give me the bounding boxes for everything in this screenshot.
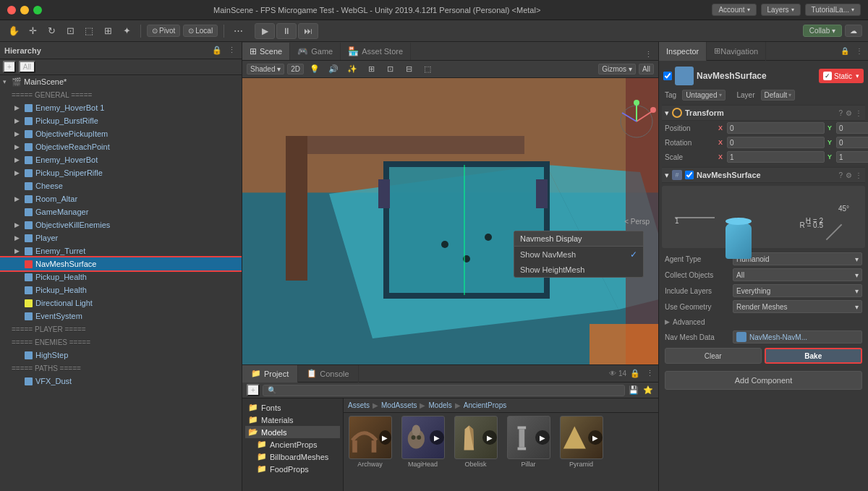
navmesh-component-header[interactable]: ▾ # NavMeshSurface ? ⚙ ⋮ xyxy=(662,167,865,183)
hierarchy-item-enemy-hoverbot[interactable]: ▶ Enemy_HoverBot xyxy=(0,153,242,166)
static-checkbox-group[interactable]: ✓ Static ▾ xyxy=(819,69,864,83)
hierarchy-item-cheese[interactable]: Cheese xyxy=(0,179,242,192)
star-button[interactable]: ⭐ xyxy=(642,385,654,396)
asset-archway[interactable]: ▶ Archway xyxy=(346,416,393,468)
folder-ancient-props[interactable]: 📁 AncientProps xyxy=(245,438,340,451)
nav-mesh-data-value[interactable]: NavMesh-NavM... xyxy=(733,330,862,343)
account-button[interactable]: Account ▾ xyxy=(712,4,756,16)
rect-tool-button[interactable]: ⬚ xyxy=(81,23,97,39)
hierarchy-item-vfx-dust[interactable]: VFX_Dust xyxy=(0,375,242,388)
layer-dropdown[interactable]: Default ▾ xyxy=(761,90,796,101)
hierarchy-item-enemy-turret[interactable]: ▶ Enemy_Turret xyxy=(0,244,242,257)
asset-pillar[interactable]: ▶ Pillar xyxy=(505,416,552,468)
hierarchy-item-objectivereachpoint[interactable]: ▶ ObjectiveReachPoint xyxy=(0,140,242,153)
save-button[interactable]: 💾 xyxy=(628,385,639,396)
agent-type-dropdown[interactable]: Humanoid ▾ xyxy=(733,252,862,265)
hierarchy-item-pickup-health2[interactable]: Pickup_Health xyxy=(0,283,242,296)
rotation-y-input[interactable] xyxy=(836,137,868,148)
tab-project[interactable]: 📁 Project xyxy=(242,365,298,383)
hierarchy-item-navmeshsurface[interactable]: NavMeshSurface xyxy=(0,257,242,270)
shading-dropdown[interactable]: Shaded ▾ xyxy=(247,64,284,74)
all-label[interactable]: All xyxy=(19,61,35,73)
collab-button[interactable]: Collab ▾ xyxy=(803,25,842,37)
folder-billboard-meshes[interactable]: 📁 BillboardMeshes xyxy=(245,451,340,463)
transform-settings-icon[interactable]: ⚙ xyxy=(846,109,852,117)
scale-x-input[interactable] xyxy=(727,151,825,163)
include-layers-dropdown[interactable]: Everything ▾ xyxy=(733,284,862,297)
scene-menu-button[interactable]: ⋮ xyxy=(642,48,654,60)
navmesh-settings-icon[interactable]: ⚙ xyxy=(846,171,852,179)
scene-fx-button[interactable]: ✨ xyxy=(344,61,360,77)
tab-game[interactable]: 🎮 Game xyxy=(290,43,341,60)
breadcrumb-assets[interactable]: Assets xyxy=(348,401,370,409)
minimize-button[interactable] xyxy=(20,6,29,14)
position-x-input[interactable] xyxy=(727,122,825,134)
hierarchy-item-room-altar[interactable]: ▶ Room_Altar xyxy=(0,192,242,205)
tab-console[interactable]: 📋 Console xyxy=(298,365,358,383)
inspector-lock-button[interactable]: 🔒 xyxy=(839,46,851,57)
cloud-button[interactable]: ☁ xyxy=(845,25,862,37)
advanced-row[interactable]: ▶ Advanced xyxy=(662,315,865,329)
navmesh-help-icon[interactable]: ? xyxy=(838,171,843,179)
folder-food-props[interactable]: 📁 FoodProps xyxy=(245,463,340,475)
tab-scene[interactable]: ⊞ Scene xyxy=(242,43,290,60)
hierarchy-item-highstep[interactable]: HighStep xyxy=(0,349,242,362)
breadcrumb-models[interactable]: Models xyxy=(428,401,451,409)
bake-button[interactable]: Bake xyxy=(765,348,863,364)
gizmos-button[interactable]: Gizmos ▾ xyxy=(598,64,636,74)
transform-tool-button[interactable]: ⊞ xyxy=(100,23,116,39)
folder-fonts[interactable]: 📁 Fonts xyxy=(245,401,340,414)
navmesh-more-icon[interactable]: ⋮ xyxy=(855,171,862,179)
show-navmesh-item[interactable]: Show NavMesh ✓ xyxy=(514,247,643,262)
play-overlay[interactable]: ▶ xyxy=(379,430,391,445)
hierarchy-item-enemy-hoverbot1[interactable]: ▶ Enemy_HoverBot 1 xyxy=(0,101,242,114)
hierarchy-lock-button[interactable]: 🔒 xyxy=(211,45,223,56)
hierarchy-item-objectivekillenemies[interactable]: ▶ ObjectiveKillEnemies xyxy=(0,218,242,231)
maximize-button[interactable] xyxy=(33,6,42,14)
play-overlay[interactable]: ▶ xyxy=(430,430,443,445)
hierarchy-item-eventsystem[interactable]: EventSystem xyxy=(0,309,242,323)
move-tool-button[interactable]: ✛ xyxy=(25,23,41,39)
tag-dropdown[interactable]: Untagged ▾ xyxy=(682,90,725,101)
scene-extras-button[interactable]: ⊡ xyxy=(382,61,398,77)
show-heightmesh-item[interactable]: Show HeightMesh xyxy=(514,262,643,277)
hierarchy-item-player[interactable]: ▶ Player xyxy=(0,231,242,244)
step-button[interactable]: ⏭ xyxy=(298,23,318,39)
position-y-input[interactable] xyxy=(836,122,868,134)
custom-tool-button[interactable]: ✦ xyxy=(119,23,135,39)
hierarchy-item-pickup-sniperrifle[interactable]: ▶ Pickup_SniperRifle xyxy=(0,166,242,179)
create-button[interactable]: + xyxy=(247,384,260,396)
tutorial-button[interactable]: TutorialLa... ▾ xyxy=(805,4,861,16)
scale-y-input[interactable] xyxy=(836,151,868,163)
play-overlay[interactable]: ▶ xyxy=(588,430,602,445)
search-assets-input[interactable]: 🔍 xyxy=(263,385,625,396)
asset-obelisk[interactable]: ▶ Obelisk xyxy=(452,416,499,468)
2d-button[interactable]: 2D xyxy=(287,64,304,74)
add-button[interactable]: + xyxy=(3,61,16,73)
hierarchy-item-directional-light[interactable]: Directional Light xyxy=(0,296,242,309)
scene-light-button[interactable]: 💡 xyxy=(307,61,323,77)
bottom-lock-button[interactable]: 🔒 xyxy=(629,368,641,380)
asset-magihead[interactable]: ▶ MagiHead xyxy=(399,416,446,468)
scene-more1-button[interactable]: ⊟ xyxy=(401,61,417,77)
scene-all-button[interactable]: All xyxy=(639,64,654,74)
scene-audio-button[interactable]: 🔊 xyxy=(326,61,341,77)
hierarchy-item-pickup-burstrifle[interactable]: ▶ Pickup_BurstRifle xyxy=(0,114,242,127)
collect-objects-dropdown[interactable]: All ▾ xyxy=(733,268,862,281)
object-name[interactable]: NavMeshSurface xyxy=(697,71,816,81)
hierarchy-item-gamemanager[interactable]: GameManager xyxy=(0,205,242,218)
clear-button[interactable]: Clear xyxy=(665,348,762,364)
hierarchy-item-main-scene[interactable]: ▾ 🎬 MainScene* xyxy=(0,75,242,88)
inspector-menu-button[interactable]: ⋮ xyxy=(854,46,865,57)
scale-tool-button[interactable]: ⊡ xyxy=(62,23,78,39)
scene-grid-button[interactable]: ⊞ xyxy=(363,61,379,77)
rotation-x-input[interactable] xyxy=(727,137,825,148)
pause-button[interactable]: ⏸ xyxy=(276,23,297,39)
grid-button[interactable]: ⋯ xyxy=(230,23,246,39)
asset-pyramid[interactable]: ▶ Pyramid xyxy=(558,416,605,468)
breadcrumb-modassets[interactable]: ModAssets xyxy=(381,401,417,409)
active-checkbox[interactable] xyxy=(663,72,672,80)
hand-tool-button[interactable]: ✋ xyxy=(6,23,22,39)
play-overlay[interactable]: ▶ xyxy=(482,430,496,445)
play-overlay[interactable]: ▶ xyxy=(535,430,549,445)
